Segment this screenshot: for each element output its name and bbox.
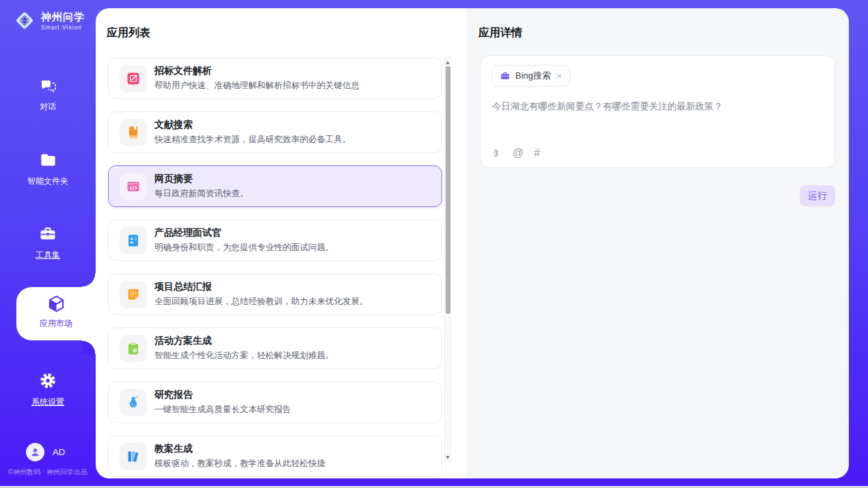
sidebar-item-label: 工具集 bbox=[0, 249, 96, 261]
sidebar: 神州问学 Smart Vision 对话 智能文件夹 工具集 应用市场 bbox=[0, 0, 96, 488]
sidebar-item-label: 应用市场 bbox=[16, 318, 96, 329]
browser-code-icon bbox=[126, 179, 141, 194]
user-account[interactable]: AD bbox=[26, 443, 65, 461]
logo-title: 神州问学 bbox=[41, 11, 85, 24]
app-card-research-report[interactable]: 研究报告 一键智能生成高质量长文本研究报告 bbox=[108, 381, 442, 423]
app-icon-tile bbox=[120, 281, 147, 308]
briefcase-icon bbox=[500, 70, 511, 81]
app-desc: 每日政府新闻资讯快查。 bbox=[154, 188, 249, 200]
app-icon-tile bbox=[120, 119, 147, 146]
toolbox-icon bbox=[38, 224, 57, 243]
app-desc: 帮助用户快速、准确地理解和解析招标书中的关键信息 bbox=[154, 80, 360, 92]
app-card-event-plan[interactable]: 活动方案生成 智能生成个性化活动方案，轻松解决规划难题。 bbox=[108, 327, 442, 369]
sidebar-item-chat[interactable]: 对话 bbox=[0, 77, 96, 113]
app-logo: 神州问学 Smart Vision bbox=[14, 10, 85, 31]
app-icon-tile bbox=[120, 443, 147, 470]
flask-icon bbox=[126, 395, 141, 410]
app-icon-tile bbox=[120, 173, 147, 200]
app-icon-tile bbox=[120, 389, 147, 416]
app-desc: 智能生成个性化活动方案，轻松解决规划难题。 bbox=[154, 350, 334, 362]
tool-chip-label: Bing搜索 bbox=[515, 70, 551, 82]
copyright-footer: ©神州数码 · 神州问学出品 bbox=[0, 467, 96, 477]
user-name: AD bbox=[53, 447, 65, 457]
scrollbar-thumb[interactable] bbox=[446, 66, 450, 314]
app-list: 招标文件解析 帮助用户快速、准确地理解和解析招标书中的关键信息 文献搜索 快速精… bbox=[108, 57, 442, 478]
resume-icon bbox=[126, 233, 141, 248]
app-detail-panel: 应用详情 Bing搜索 × 今日湖北有哪些新闻要点？有哪些需要关注的最新政策？ bbox=[467, 8, 849, 478]
input-toolbar: @ # bbox=[492, 147, 540, 159]
app-desc: 明确身份和职责，为您提供专业性的面试问题。 bbox=[154, 242, 334, 254]
edit-square-icon bbox=[126, 71, 141, 86]
app-name: 产品经理面试官 bbox=[154, 227, 334, 239]
books-icon bbox=[126, 449, 141, 464]
app-card-web-summary[interactable]: 网页摘要 每日政府新闻资讯快查。 bbox=[108, 165, 442, 207]
app-desc: 全面回顾项目进展，总结经验教训，助力未来优化发展。 bbox=[154, 296, 368, 308]
sidebar-item-label: 智能文件夹 bbox=[0, 176, 96, 187]
app-name: 项目总结汇报 bbox=[154, 281, 368, 293]
prompt-card: Bing搜索 × 今日湖北有哪些新闻要点？有哪些需要关注的最新政策？ @ # bbox=[480, 55, 835, 168]
avatar bbox=[26, 443, 44, 461]
app-icon-tile bbox=[120, 65, 147, 92]
mention-icon[interactable]: @ bbox=[513, 147, 524, 159]
sidebar-item-toolset[interactable]: 工具集 bbox=[0, 224, 96, 261]
app-card-pm-interviewer[interactable]: 产品经理面试官 明确身份和职责，为您提供专业性的面试问题。 bbox=[108, 219, 442, 261]
logo-diamond-icon bbox=[14, 10, 36, 31]
content-area: 应用列表 招标文件解析 帮助用户快速、准确地理解和解析招标书中的关键信息 bbox=[96, 8, 849, 478]
app-list-panel: 应用列表 招标文件解析 帮助用户快速、准确地理解和解析招标书中的关键信息 bbox=[96, 8, 467, 478]
list-scrollbar[interactable] bbox=[444, 57, 451, 462]
app-card-project-summary[interactable]: 项目总结汇报 全面回顾项目进展，总结经验教训，助力未来优化发展。 bbox=[108, 273, 442, 315]
app-detail-title: 应用详情 bbox=[478, 26, 522, 40]
person-icon bbox=[29, 446, 41, 458]
run-button[interactable]: 运行 bbox=[800, 185, 835, 206]
app-icon-tile bbox=[120, 227, 147, 254]
cube-icon bbox=[46, 294, 66, 314]
gear-icon bbox=[38, 371, 57, 390]
folder-icon bbox=[39, 151, 57, 170]
app-name: 招标文件解析 bbox=[154, 65, 360, 77]
app-desc: 模板驱动，教案秒成，教学准备从此轻松快捷 bbox=[154, 458, 325, 470]
app-list-title: 应用列表 bbox=[107, 26, 150, 40]
app-icon-tile bbox=[120, 335, 147, 362]
chat-icon bbox=[39, 77, 57, 95]
book-icon bbox=[126, 125, 141, 140]
hash-icon[interactable]: # bbox=[534, 147, 540, 159]
app-desc: 一键智能生成高质量长文本研究报告 bbox=[154, 404, 291, 416]
app-card-literature-search[interactable]: 文献搜索 快速精准查找学术资源，提高研究效率的必备工具。 bbox=[108, 111, 442, 153]
sidebar-item-label: 对话 bbox=[0, 101, 96, 113]
clipboard-check-icon bbox=[126, 341, 141, 356]
paperclip-icon[interactable] bbox=[492, 148, 502, 159]
close-icon[interactable]: × bbox=[556, 71, 562, 81]
scroll-down-icon[interactable] bbox=[445, 454, 450, 461]
sidebar-item-settings[interactable]: 系统设置 bbox=[0, 371, 96, 408]
sidebar-item-label: 系统设置 bbox=[0, 396, 96, 408]
app-card-bid-analysis[interactable]: 招标文件解析 帮助用户快速、准确地理解和解析招标书中的关键信息 bbox=[108, 57, 442, 99]
app-name: 活动方案生成 bbox=[154, 335, 334, 347]
scroll-up-icon[interactable] bbox=[445, 59, 450, 66]
app-name: 教案生成 bbox=[154, 443, 325, 455]
note-icon bbox=[126, 287, 141, 302]
app-name: 研究报告 bbox=[154, 389, 291, 401]
app-name: 网页摘要 bbox=[154, 173, 249, 185]
sidebar-item-smart-folder[interactable]: 智能文件夹 bbox=[0, 151, 96, 187]
tool-chip-bing-search[interactable]: Bing搜索 × bbox=[491, 65, 570, 87]
prompt-input[interactable]: 今日湖北有哪些新闻要点？有哪些需要关注的最新政策？ bbox=[492, 100, 824, 113]
logo-subtitle: Smart Vision bbox=[41, 24, 85, 31]
sidebar-item-app-market[interactable]: 应用市场 bbox=[16, 287, 96, 340]
app-desc: 快速精准查找学术资源，提高研究效率的必备工具。 bbox=[154, 134, 351, 146]
app-name: 文献搜索 bbox=[154, 119, 351, 131]
app-card-lesson-plan[interactable]: 教案生成 模板驱动，教案秒成，教学准备从此轻松快捷 bbox=[108, 435, 442, 477]
